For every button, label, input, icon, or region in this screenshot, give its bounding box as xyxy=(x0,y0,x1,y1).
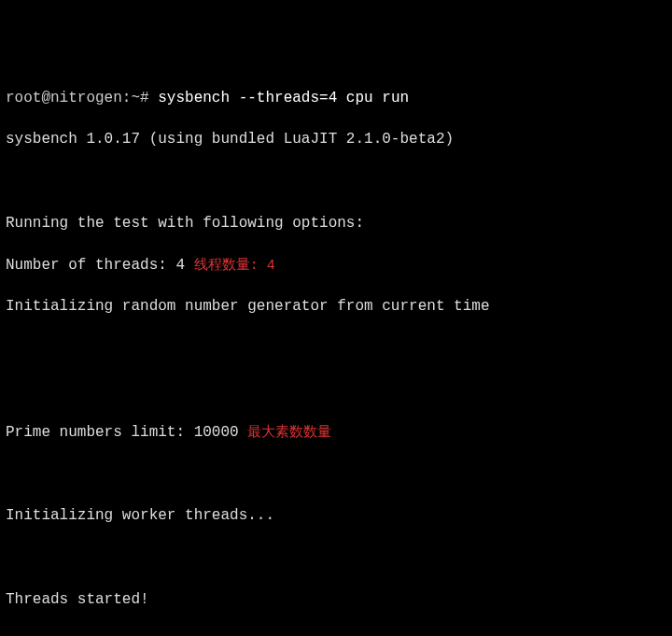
threads-line: Number of threads: 4 线程数量: 4 xyxy=(6,255,666,276)
init-workers-line: Initializing worker threads... xyxy=(6,505,666,526)
threads-text: Number of threads: 4 xyxy=(6,257,185,274)
shell-prompt: root@nitrogen:~# xyxy=(6,90,158,106)
threads-annotation: 线程数量: 4 xyxy=(194,258,275,274)
running-options-line: Running the test with following options: xyxy=(6,213,666,233)
prime-annotation: 最大素数数量 xyxy=(247,425,331,441)
threads-started-line: Threads started! xyxy=(6,589,666,610)
command-line: root@nitrogen:~# sysbench --threads=4 cp… xyxy=(6,88,666,108)
prime-limit-line: Prime numbers limit: 10000 最大素数数量 xyxy=(6,422,666,443)
prime-text: Prime numbers limit: 10000 xyxy=(6,424,239,441)
init-rng-line: Initializing random number generator fro… xyxy=(6,296,666,317)
version-line: sysbench 1.0.17 (using bundled LuaJIT 2.… xyxy=(6,129,666,149)
command-text: sysbench --threads=4 cpu run xyxy=(158,90,409,106)
